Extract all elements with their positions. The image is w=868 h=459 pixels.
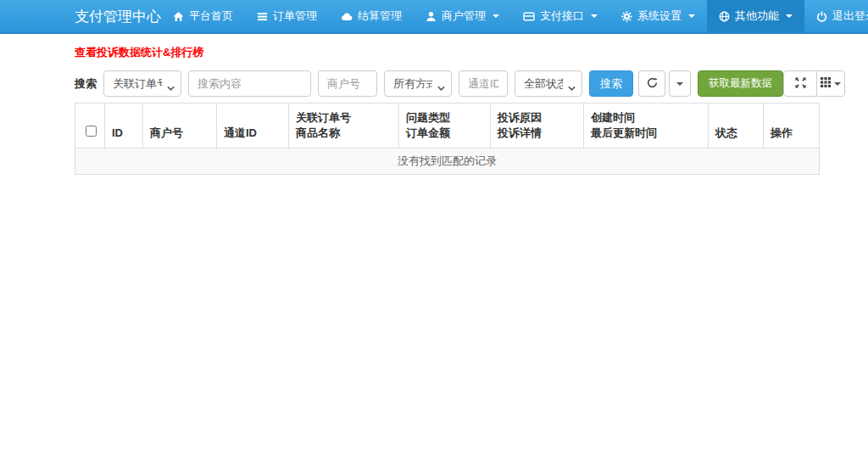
search-content-input[interactable] [188,70,311,97]
header-complaint-reason: 投诉原因 投诉详情 [491,104,584,148]
nav-item-payment-api[interactable]: 支付接口 [511,0,609,32]
search-type-select[interactable]: 关联订单号 [103,70,181,97]
globe-icon [719,11,730,22]
list-icon [257,11,268,22]
complaints-table: ID 商户号 通道ID 关联订单号 商品名称 问题类型 订单金额 投诉原因 [75,103,820,175]
refresh-icon [647,77,658,91]
chevron-down-icon [492,14,499,18]
gear-icon [621,11,632,22]
main-content: 查看投诉数据统计&排行榜 搜索 关联订单号 所有方式 [75,34,819,175]
channel-id-input[interactable] [459,70,508,97]
status-select[interactable]: 全部状态 [515,70,582,97]
home-icon [173,11,184,22]
search-button[interactable]: 搜索 [589,70,633,97]
power-icon [816,11,827,22]
header-problem-type: 问题类型 订单金额 [399,104,491,148]
fullscreen-icon [795,77,806,91]
nav-item-logout[interactable]: 退出登录 [804,0,868,32]
nav-item-label: 订单管理 [273,8,317,24]
nav-item-label: 结算管理 [358,8,402,24]
complaint-stats-link[interactable]: 查看投诉数据统计&排行榜 [75,45,203,60]
chevron-down-icon [591,14,598,18]
nav-item-label: 系统设置 [637,8,682,24]
nav-item-merchants[interactable]: 商户管理 [414,0,511,32]
no-records-message: 没有找到匹配的记录 [75,148,820,175]
table-tools-group [783,70,845,97]
cloud-icon [341,11,353,22]
nav-item-label: 支付接口 [540,8,584,24]
nav-item-label: 退出登录 [832,8,868,24]
nav-item-home[interactable]: 平台首页 [161,0,245,32]
header-create-time: 创建时间 最后更新时间 [584,104,709,148]
header-id: ID [105,104,143,148]
header-order-no: 关联订单号 商品名称 [289,104,399,148]
search-toolbar: 搜索 关联订单号 所有方式 全部状态 [75,70,819,97]
table-header-row: ID 商户号 通道ID 关联订单号 商品名称 问题类型 订单金额 投诉原因 [75,104,820,148]
nav-item-label: 平台首页 [189,8,233,24]
header-actions: 操作 [764,104,820,148]
nav-item-system-settings[interactable]: 系统设置 [609,0,707,32]
header-select-all-cell [75,104,105,148]
nav-item-label: 商户管理 [442,8,486,24]
caret-down-icon [676,82,683,86]
nav-item-other-functions[interactable]: 其他功能 [707,0,804,32]
pay-method-select[interactable]: 所有方式 [384,70,452,97]
select-all-checkbox[interactable] [86,126,97,137]
fetch-latest-button[interactable]: 获取最新数据 [698,70,783,97]
user-icon [426,11,437,22]
nav-item-settlement[interactable]: 结算管理 [329,0,414,32]
search-label: 搜索 [75,76,97,92]
empty-row: 没有找到匹配的记录 [75,148,820,175]
columns-grid-icon [821,77,831,90]
refresh-button[interactable] [638,70,665,97]
top-navbar: 支付管理中心 平台首页 订单管理 结算管理 商户管理 [0,0,868,34]
header-merchant-no: 商户号 [143,104,217,148]
caret-down-icon [834,82,841,86]
nav-item-orders[interactable]: 订单管理 [245,0,329,32]
columns-dropdown-button[interactable] [816,70,845,97]
search-options-dropdown-button[interactable] [669,70,691,97]
nav-item-label: 其他功能 [735,8,779,24]
merchant-no-input[interactable] [318,70,377,97]
nav-menu: 平台首页 订单管理 结算管理 商户管理 支付接口 [161,0,868,32]
header-status: 状态 [709,104,764,148]
header-channel-id: 通道ID [217,104,289,148]
chevron-down-icon [786,14,793,18]
chevron-down-icon [688,14,695,18]
app-title: 支付管理中心 [75,0,161,32]
card-icon [523,11,535,22]
fullscreen-button[interactable] [783,70,817,97]
